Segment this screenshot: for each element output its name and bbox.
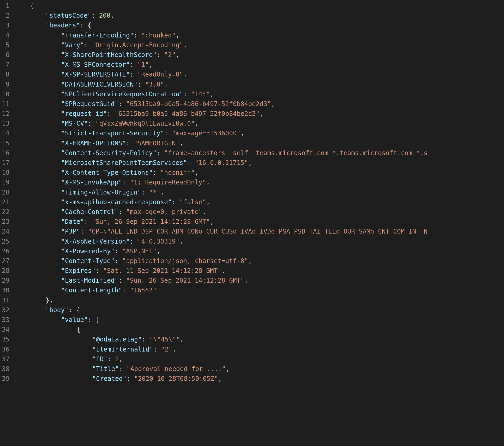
code-line[interactable]: "Strict-Transport-Security": "max-age=31…: [15, 129, 504, 138]
indent-guide: [46, 80, 46, 89]
code-line[interactable]: "Transfer-Encoding": "chunked",: [15, 31, 504, 40]
indent-guide: [30, 80, 30, 89]
code-line[interactable]: "X-MS-InvokeApp": "1; RequireReadOnly",: [15, 178, 504, 187]
indent-guide: [46, 178, 46, 187]
code-line[interactable]: "SPRequestGuid": "65315ba9-b0a5-4a86-b49…: [15, 99, 504, 109]
token-key: "Strict-Transport-Security": [61, 130, 164, 137]
code-line[interactable]: "@odata.etag": "\"45\"",: [15, 335, 504, 344]
token-punct: ,: [206, 198, 210, 206]
token-key: "MicrosoftSharePointTeamServices": [61, 159, 187, 167]
code-line[interactable]: "Expires": "Sat, 11 Sep 2021 14:12:28 GM…: [15, 266, 504, 276]
code-line[interactable]: "body": {: [15, 305, 504, 315]
token-key: "ID": [92, 355, 108, 363]
token-punct: ,: [179, 140, 183, 147]
indent-guide: [30, 70, 30, 79]
token-brace: }: [46, 297, 49, 304]
token-punct: :: [126, 140, 134, 147]
indent-guide: [46, 246, 46, 256]
indent-guide: [46, 345, 46, 354]
token-key: "Title": [92, 365, 119, 373]
line-number: 11: [0, 99, 13, 109]
token-number: 2: [115, 355, 119, 363]
code-line[interactable]: "Content-Security-Policy": "frame-ancest…: [15, 148, 504, 158]
token-punct: ,: [210, 91, 214, 98]
token-string: "2020-10-28T08:50:05Z": [134, 375, 218, 382]
token-key: "SPClientServiceRequestDuration": [61, 91, 183, 98]
code-line[interactable]: "Content-Length": "16562": [15, 286, 504, 295]
line-number: 29: [0, 276, 13, 286]
code-line[interactable]: "ID": 2,: [15, 354, 504, 364]
line-number: 5: [0, 40, 13, 50]
indent-guide: [30, 266, 30, 276]
token-key: "Date": [61, 218, 84, 225]
code-line[interactable]: "Title": "Approval needed for ....",: [15, 364, 504, 374]
token-punct: :: [107, 110, 115, 117]
code-line[interactable]: },: [15, 296, 504, 305]
line-number: 27: [0, 256, 13, 266]
code-line[interactable]: "Created": "2020-10-28T08:50:05Z",: [15, 374, 504, 384]
code-line[interactable]: "Content-Type": "application/json; chars…: [15, 256, 504, 266]
code-line[interactable]: "headers": {: [15, 21, 504, 30]
indent-guide: [30, 256, 30, 266]
code-line[interactable]: {: [15, 325, 504, 335]
code-line[interactable]: "X-FRAME-OPTIONS": "SAMEORIGIN",: [15, 139, 504, 148]
token-punct: ,: [180, 336, 184, 343]
code-line[interactable]: {: [15, 1, 504, 11]
code-line[interactable]: "X-Content-Type-Options": "nosniff",: [15, 168, 504, 178]
token-punct: ,: [218, 375, 222, 382]
token-punct: :: [130, 71, 137, 78]
indent-guide: [46, 354, 46, 364]
token-string: "ASP.NET": [122, 248, 157, 255]
line-number: 18: [0, 168, 13, 178]
code-editor[interactable]: 1234567891011121314151617181920212223242…: [0, 0, 504, 384]
token-punct: :: [172, 198, 179, 206]
code-line[interactable]: "statusCode": 200,: [15, 11, 504, 21]
token-string: "Approval needed for ....": [127, 365, 226, 373]
code-line[interactable]: "P3P": "CP=\"ALL IND DSP COR ADM CONo CU…: [15, 227, 504, 236]
token-string: "2": [161, 346, 172, 353]
code-line[interactable]: "request-id": "65315ba9-b0a5-4a86-b497-5…: [15, 109, 504, 119]
code-line[interactable]: "x-ms-apihub-cached-response": "false",: [15, 197, 504, 207]
code-line[interactable]: "MS-CV": "qVsxZaWwhkq0l1LwuEvi0w.0",: [15, 119, 504, 129]
indent-guide: [30, 246, 30, 256]
token-string: "*": [149, 189, 160, 196]
token-number: 200: [99, 12, 110, 19]
code-line[interactable]: "X-MS-SPConnector": "1",: [15, 60, 504, 70]
indent-guide: [30, 99, 30, 109]
code-line[interactable]: "X-SP-SERVERSTATE": "ReadOnly=0",: [15, 70, 504, 79]
code-line[interactable]: "Vary": "Origin,Accept-Encoding",: [15, 40, 504, 50]
code-line[interactable]: "Last-Modified": "Sun, 26 Sep 2021 14:12…: [15, 276, 504, 286]
indent-guide: [61, 345, 61, 354]
token-punct: ,: [202, 208, 206, 216]
line-number: 37: [0, 354, 13, 364]
token-string: "3.0": [145, 81, 164, 88]
token-punct: :: [68, 306, 76, 314]
code-content[interactable]: { "statusCode": 200, "headers": { "Trans…: [15, 1, 504, 384]
token-string: "Sun, 26 Sep 2021 14:12:28 GMT": [126, 277, 244, 284]
token-punct: :: [118, 208, 126, 216]
code-line[interactable]: "Date": "Sun, 26 Sep 2021 14:12:28 GMT",: [15, 217, 504, 227]
indent-guide: [46, 60, 46, 70]
token-string: "65315ba9-b0a5-4a86-b497-52f0b84be2d3": [115, 110, 260, 117]
code-line[interactable]: "ItemInternalId": "2",: [15, 345, 504, 354]
code-line[interactable]: "X-AspNet-Version": "4.0.30319",: [15, 237, 504, 246]
token-punct: ,: [195, 120, 198, 127]
indent-guide: [30, 296, 30, 305]
code-line[interactable]: "Cache-Control": "max-age=0, private",: [15, 207, 504, 217]
token-brace: {: [30, 2, 34, 10]
line-number: 36: [0, 345, 13, 354]
code-line[interactable]: "X-SharePointHealthScore": "2",: [15, 50, 504, 60]
token-punct: ,: [176, 51, 179, 59]
indent-guide: [30, 374, 30, 384]
code-line[interactable]: "MicrosoftSharePointTeamServices": "16.0…: [15, 158, 504, 168]
code-line[interactable]: "X-Powered-By": "ASP.NET",: [15, 246, 504, 256]
code-line[interactable]: "Timing-Allow-Origin": "*",: [15, 188, 504, 197]
indent-guide: [30, 276, 30, 286]
token-string: "144": [191, 91, 210, 98]
code-line[interactable]: "SPClientServiceRequestDuration": "144",: [15, 89, 504, 99]
line-number: 31: [0, 296, 13, 305]
indent-guide: [30, 21, 30, 30]
code-line[interactable]: "DATASERVICEVERSION": "3.0",: [15, 80, 504, 89]
code-line[interactable]: "value": [: [15, 315, 504, 325]
indent-guide: [77, 345, 77, 354]
